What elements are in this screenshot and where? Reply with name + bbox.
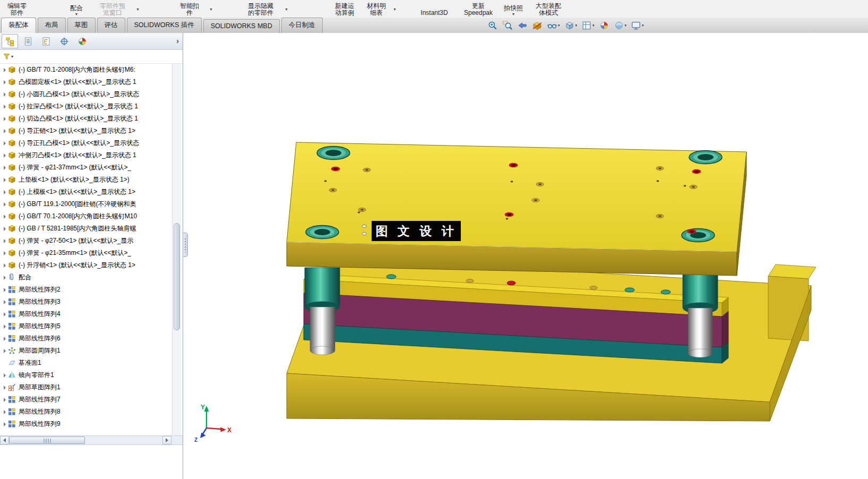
tree-item[interactable]: 局部草图阵列1: [0, 381, 172, 394]
tree-item[interactable]: 基准面1: [0, 357, 172, 369]
dropdown-arrow-icon[interactable]: ▼: [75, 12, 79, 16]
expand-arrow-icon[interactable]: [2, 276, 7, 280]
dropdown-caret-icon[interactable]: ▾: [625, 23, 627, 28]
dropdown-arrow-icon[interactable]: ▼: [209, 6, 213, 13]
expand-arrow-icon[interactable]: [2, 337, 7, 341]
die-plate-right[interactable]: [722, 311, 728, 347]
configurationmanager-tab[interactable]: [38, 34, 54, 48]
tree-item[interactable]: (-) 升浮销<1> (默认<<默认>_显示状态 1>: [0, 259, 172, 271]
tree-item[interactable]: 局部圆周阵列1: [0, 345, 172, 357]
expand-arrow-icon[interactable]: [2, 105, 7, 109]
expand-arrow-icon[interactable]: [2, 373, 7, 378]
expand-arrow-icon[interactable]: [2, 312, 7, 317]
tree-item[interactable]: 局部线性阵列5: [0, 320, 172, 332]
tab-solidworks-addins[interactable]: SOLIDWORKS 插件: [127, 18, 202, 33]
scroll-right-arrow[interactable]: [162, 436, 171, 444]
tree-item[interactable]: (-) 切边凸模<1> (默认<<默认>_显示状态 1: [0, 113, 172, 125]
tree-item[interactable]: (-) 弹簧 - φ27-50<1> (默认<<默认>_显示: [0, 235, 172, 247]
filter-button[interactable]: ▾: [3, 53, 13, 61]
expand-arrow-icon[interactable]: [2, 166, 7, 170]
dropdown-caret-icon[interactable]: ▾: [575, 23, 578, 28]
apply-scene-button[interactable]: ▾: [614, 20, 627, 31]
ribbon-button-mate[interactable]: 配合▼: [63, 0, 90, 18]
tree-item[interactable]: (-) 上模板<1> (默认<<默认>_显示状态 1>: [0, 186, 172, 198]
tab-assembly[interactable]: 装配体: [1, 18, 36, 33]
tree-item[interactable]: 局部线性阵列2: [0, 284, 172, 296]
tree-item[interactable]: 局部线性阵列3: [0, 296, 172, 308]
dropdown-caret-icon[interactable]: ▾: [558, 23, 560, 28]
tab-sketch[interactable]: 草图: [67, 18, 96, 33]
expand-arrow-icon[interactable]: [2, 386, 7, 390]
previous-view-button[interactable]: [517, 20, 528, 31]
tab-layout[interactable]: 布局: [38, 18, 66, 33]
tree-item[interactable]: 镜向零部件1: [0, 369, 172, 381]
dimxpertmanager-tab[interactable]: [56, 34, 72, 48]
lower-die-assembly[interactable]: [287, 257, 816, 421]
tree-item[interactable]: 局部线性阵列8: [0, 406, 172, 418]
tree-item[interactable]: (-) GB/T 70.1-2008[内六角圆柱头螺钉M6:: [0, 64, 172, 76]
expand-arrow-icon[interactable]: [2, 129, 7, 133]
dropdown-caret-icon[interactable]: ▾: [592, 23, 595, 28]
expand-arrow-icon[interactable]: [2, 300, 7, 304]
ribbon-button-take-snapshot[interactable]: 拍快照▼: [500, 0, 527, 18]
dropdown-arrow-icon[interactable]: ▼: [136, 6, 140, 13]
upper-plate-top-face[interactable]: [287, 142, 746, 252]
edit-appearance-button[interactable]: [599, 20, 609, 31]
dropdown-arrow-icon[interactable]: ▼: [393, 6, 397, 13]
expand-arrow-icon[interactable]: [2, 227, 7, 231]
zoom-to-area-button[interactable]: [502, 20, 513, 31]
horizontal-scrollbar-thumb[interactable]: [9, 437, 85, 444]
tree-item[interactable]: 局部线性阵列9: [0, 418, 172, 430]
tree-item[interactable]: (-) 弹簧 - φ21-35mm<1> (默认<<默认>_: [0, 247, 172, 259]
tab-solidworks-mbd[interactable]: SOLIDWORKS MBD: [203, 19, 280, 33]
expand-arrow-icon[interactable]: [2, 239, 7, 243]
tree-item[interactable]: (-) GB/T 119.1-2000[圆柱销(不淬硬钢和奥: [0, 198, 172, 210]
expand-arrow-icon[interactable]: [2, 92, 7, 97]
expand-arrow-icon[interactable]: [2, 349, 7, 353]
expand-arrow-icon[interactable]: [2, 202, 7, 207]
zoom-to-fit-button[interactable]: [487, 20, 498, 31]
tree-item[interactable]: (-) 导正孔凸模<1> (默认<<默认>_显示状态: [0, 137, 172, 149]
expand-arrow-icon[interactable]: [2, 68, 7, 72]
expand-arrow-icon[interactable]: [2, 178, 7, 182]
expand-arrow-icon[interactable]: [2, 190, 7, 194]
display-style-button[interactable]: ▾: [564, 20, 578, 31]
tree-item[interactable]: (-) 拉深凸模<1> (默认<<默认>_显示状态 1: [0, 100, 172, 113]
expand-arrow-icon[interactable]: [2, 263, 7, 268]
tree-item[interactable]: (-) GB/T 70.1-2008[内六角圆柱头螺钉M10: [0, 210, 172, 223]
ribbon-button-update-speedpak[interactable]: 更新Speedpak: [458, 0, 499, 18]
ribbon-button-smart-fasteners[interactable]: 智能扣件▼: [172, 0, 207, 18]
expand-arrow-icon[interactable]: [2, 324, 7, 329]
displaymanager-tab[interactable]: [74, 34, 90, 48]
dropdown-caret-icon[interactable]: ▾: [11, 54, 13, 59]
expand-arrow-icon[interactable]: [2, 141, 7, 146]
ribbon-button-bill-of-materials[interactable]: 材料明细表▼: [362, 0, 391, 18]
tree-item[interactable]: (-) 导正销<1> (默认<<默认>_显示状态 1>: [0, 125, 172, 137]
ribbon-button-large-assembly-mode[interactable]: 大型装配体模式: [528, 0, 569, 18]
vertical-scrollbar-thumb[interactable]: [174, 223, 180, 330]
model-canvas[interactable]: 图 文 设 计 Y X Z: [183, 33, 868, 479]
expand-arrow-icon[interactable]: [2, 288, 7, 292]
guide-post-left[interactable]: [305, 268, 340, 355]
guide-post-right[interactable]: [683, 269, 718, 357]
hide-show-items-button[interactable]: ▾: [547, 20, 560, 31]
dropdown-arrow-icon[interactable]: ▼: [512, 12, 515, 16]
expand-arrow-icon[interactable]: [2, 398, 7, 402]
expand-arrow-icon[interactable]: [2, 117, 7, 121]
tree-item[interactable]: (-) 小圆孔凸模<1> (默认<<默认>_显示状态: [0, 88, 172, 100]
tree-item[interactable]: 局部线性阵列4: [0, 308, 172, 320]
expand-arrow-icon[interactable]: [2, 251, 7, 255]
expand-arrow-icon[interactable]: [2, 422, 7, 426]
graphics-area[interactable]: 图 文 设 计 Y X Z: [183, 33, 868, 479]
tree-vertical-scrollbar[interactable]: [172, 64, 181, 435]
tree-item[interactable]: 局部线性阵列6: [0, 332, 172, 345]
tree-item[interactable]: 局部线性阵列7: [0, 394, 172, 406]
section-view-button[interactable]: [532, 20, 543, 31]
expand-arrow-icon[interactable]: [2, 215, 7, 219]
scroll-left-arrow[interactable]: [0, 436, 9, 444]
tree-item[interactable]: 配合: [0, 271, 172, 284]
tree-item[interactable]: 凸模固定板<1> (默认<<默认>_显示状态 1: [0, 76, 172, 88]
tree-item[interactable]: 上垫板<1> (默认<<默认>_显示状态 1>): [0, 174, 172, 186]
featuremanager-tab[interactable]: [2, 34, 18, 48]
view-settings-button[interactable]: ▾: [631, 20, 644, 31]
